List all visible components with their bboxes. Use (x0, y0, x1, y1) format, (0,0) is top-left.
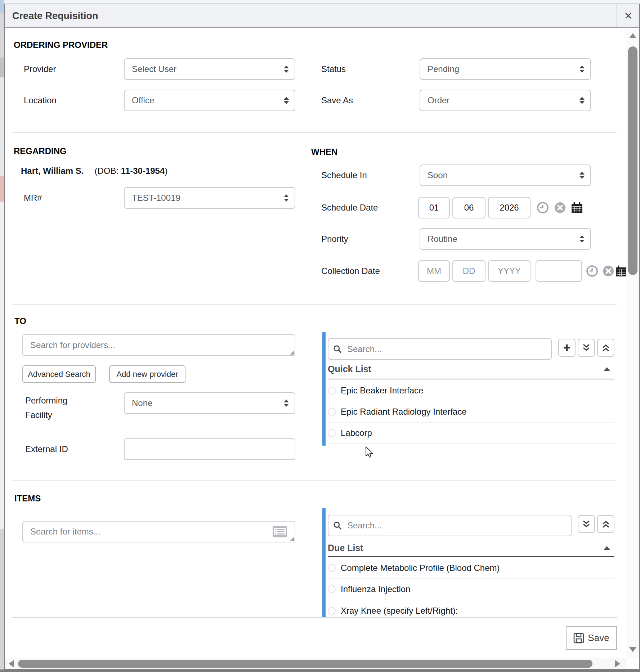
background-bottom-strip (0, 669, 640, 672)
due-list-search-input[interactable] (328, 515, 572, 536)
due-list-panel: Due List Complete Metabolic Profile (Blo… (326, 508, 619, 617)
footer-divider (12, 617, 617, 618)
save-button[interactable]: Save (566, 626, 617, 650)
due-list-item[interactable]: Complete Metabolic Profile (Blood Chem) (328, 558, 614, 579)
dob-suffix: ) (165, 166, 167, 176)
collapse-section-icon[interactable] (604, 367, 610, 371)
updown-arrow-icon (283, 96, 290, 105)
external-id-input[interactable] (124, 438, 295, 460)
collection-calendar-icon[interactable] (615, 265, 627, 277)
updown-arrow-icon (283, 194, 290, 202)
updown-arrow-icon (283, 65, 290, 73)
dialog-title: Create Requisition (12, 4, 98, 27)
mr-select[interactable]: TEST-10019 (124, 187, 295, 209)
performing-facility-select[interactable]: None (124, 392, 295, 414)
double-chevron-down-icon (582, 343, 591, 352)
screen: Create Requisition ✕ ORDERING PROVIDER P… (0, 0, 640, 672)
resize-handle[interactable] (290, 351, 294, 355)
mr-label: MR# (24, 187, 42, 209)
section-items: ITEMS (14, 493, 41, 504)
collapse-section-icon[interactable] (604, 546, 610, 550)
due-list-item[interactable]: Xray Knee (specify Left/Right): (328, 600, 614, 621)
collection-month-input[interactable] (418, 260, 450, 282)
radio-icon[interactable] (328, 585, 336, 593)
vertical-scrollbar[interactable] (626, 29, 639, 658)
due-list-accent-bar (322, 508, 326, 617)
quick-list-search-input[interactable] (328, 338, 552, 360)
external-id-label: External ID (25, 438, 68, 460)
horizontal-scrollbar[interactable] (5, 658, 626, 669)
quick-list-item[interactable]: Epic Radiant Radiology Interface (328, 401, 614, 423)
quick-list-item[interactable]: Labcorp (328, 423, 614, 444)
due-list-item[interactable]: Influenza Injection (328, 579, 614, 600)
vertical-scroll-thumb[interactable] (628, 46, 637, 275)
radio-icon[interactable] (328, 564, 336, 572)
quick-list-accent-bar (322, 332, 326, 446)
collapse-all-button[interactable] (578, 339, 595, 357)
schedule-in-select[interactable]: Soon (420, 164, 591, 186)
save-as-select[interactable]: Order (420, 90, 591, 111)
schedule-time-clock-icon[interactable] (537, 202, 549, 214)
updown-arrow-icon (579, 171, 585, 180)
collection-time-clock-icon[interactable] (586, 265, 598, 277)
add-list-entry-button[interactable] (558, 339, 576, 357)
performing-facility-label-line1: Performing (25, 394, 67, 407)
scroll-left-arrow[interactable] (9, 660, 14, 667)
quick-list-title: Quick List (328, 364, 371, 374)
section-to: TO (14, 316, 26, 326)
performing-facility-label-line2: Facility (25, 408, 52, 422)
advanced-search-button[interactable]: Advanced Search (22, 365, 96, 383)
schedule-year-input[interactable] (488, 197, 531, 218)
collection-date-clear-icon[interactable] (602, 265, 614, 277)
radio-icon[interactable] (328, 607, 336, 615)
provider-select[interactable]: Select User (124, 58, 295, 80)
horizontal-scroll-thumb[interactable] (18, 660, 592, 668)
resize-handle[interactable] (290, 537, 294, 541)
search-icon (333, 521, 342, 530)
schedule-day-input[interactable] (452, 197, 485, 218)
radio-icon[interactable] (328, 429, 336, 437)
schedule-date-label: Schedule Date (321, 197, 378, 218)
location-select[interactable]: Office (124, 90, 295, 111)
plus-icon (562, 343, 572, 352)
scroll-right-arrow[interactable] (615, 660, 620, 667)
search-icon (333, 344, 342, 354)
dob-value: 11-30-1954 (121, 166, 165, 176)
updown-arrow-icon (283, 399, 290, 407)
provider-search-input[interactable] (22, 334, 295, 356)
patient-name: Hart, William S. (21, 166, 84, 176)
collection-day-input[interactable] (452, 260, 485, 282)
priority-label: Priority (321, 228, 348, 250)
external-id-wrap (124, 438, 295, 460)
location-label: Location (24, 90, 57, 111)
items-search-wrap (22, 521, 295, 542)
close-icon: ✕ (624, 10, 632, 22)
add-new-provider-button[interactable]: Add new provider (109, 365, 185, 383)
list-header-rule (328, 556, 614, 557)
item-list-icon[interactable] (272, 526, 287, 538)
status-label: Status (321, 58, 346, 80)
items-search-input[interactable] (22, 521, 295, 542)
radio-icon[interactable] (328, 408, 336, 416)
scroll-down-arrow[interactable] (629, 647, 636, 652)
collection-time-input[interactable] (536, 260, 582, 282)
schedule-date-clear-icon[interactable] (554, 202, 566, 214)
quick-list-panel: Quick List Epic Beaker Interface Epic Ra… (326, 332, 619, 446)
schedule-month-input[interactable] (418, 197, 450, 218)
close-button[interactable]: ✕ (617, 4, 640, 27)
collapse-all-button[interactable] (578, 515, 595, 533)
priority-select[interactable]: Routine (420, 228, 591, 250)
scroll-up-arrow[interactable] (629, 33, 636, 38)
save-as-label: Save As (321, 90, 353, 111)
quick-list-item[interactable]: Epic Beaker Interface (328, 380, 614, 401)
schedule-in-label: Schedule In (321, 164, 367, 186)
expand-all-button[interactable] (597, 339, 614, 357)
status-select[interactable]: Pending (420, 58, 591, 80)
background-page-strip (0, 0, 4, 672)
collection-year-input[interactable] (488, 260, 531, 282)
updown-arrow-icon (579, 65, 585, 73)
schedule-calendar-icon[interactable] (571, 202, 583, 214)
radio-icon[interactable] (328, 387, 336, 394)
expand-all-button[interactable] (597, 515, 614, 533)
dialog-titlebar: Create Requisition ✕ (5, 4, 639, 28)
